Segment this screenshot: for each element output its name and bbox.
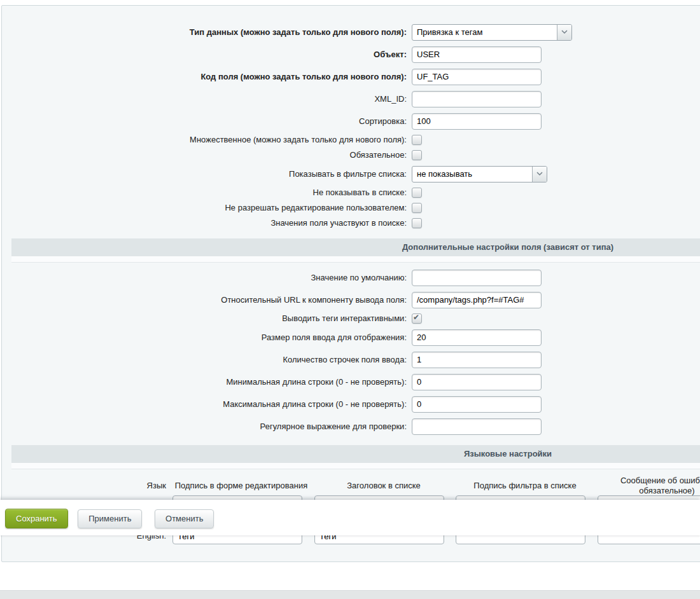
form-body: Тип данных (можно задать только для ново… xyxy=(2,6,700,562)
form-row: Регулярное выражение для проверки: xyxy=(2,415,700,437)
form-row: Максимальная длина строки (0 - не провер… xyxy=(2,393,700,415)
field-label: Тип данных (можно задать только для ново… xyxy=(2,27,412,38)
field-label: Не разрешать редактирование пользователе… xyxy=(2,203,412,213)
edit-form-panel: Тип данных (можно задать только для ново… xyxy=(1,5,700,562)
text-input[interactable] xyxy=(412,69,542,85)
text-input[interactable] xyxy=(412,374,542,390)
field-control: не показывать xyxy=(412,166,547,182)
section-heading: Языковые настройки xyxy=(11,445,700,463)
cancel-button[interactable]: Отменить xyxy=(155,509,214,528)
field-label: Обязательное: xyxy=(2,150,412,160)
field-label: XML_ID: xyxy=(2,94,412,104)
field-control xyxy=(412,352,542,368)
checkbox[interactable]: ✔ xyxy=(412,203,422,213)
form-row: Код поля (можно задать только для нового… xyxy=(2,65,700,88)
select-input[interactable]: не показывать xyxy=(412,166,547,182)
select-input[interactable]: Привязка к тегам xyxy=(412,24,572,41)
section-heading-strip xyxy=(11,256,700,263)
checkbox[interactable]: ✔ xyxy=(412,313,422,324)
form-group: Значение по умолчанию:Относительный URL … xyxy=(2,266,700,437)
field-label: Значения поля участвуют в поиске: xyxy=(2,218,412,228)
field-control xyxy=(412,113,542,130)
field-label: Размер поля ввода для отображения: xyxy=(2,333,412,343)
form-row: XML_ID: xyxy=(2,88,700,110)
field-label: Объект: xyxy=(2,50,412,60)
form-row: Сортировка: xyxy=(2,110,700,132)
lang-column-header: Заголовок в списке xyxy=(311,481,457,491)
field-label: Значение по умолчанию: xyxy=(2,273,412,283)
chevron-down-icon xyxy=(557,25,571,40)
field-label: Сортировка: xyxy=(2,116,412,127)
field-label: Максимальная длина строки (0 - не провер… xyxy=(2,399,412,410)
form-row: Обязательное:✔ xyxy=(2,148,700,163)
field-control xyxy=(412,91,542,107)
text-input[interactable] xyxy=(412,418,542,435)
header-line: обязательное) xyxy=(594,486,700,496)
action-bar: Сохранить Применить Отменить xyxy=(0,500,700,535)
checkbox[interactable]: ✔ xyxy=(412,135,422,145)
select-value: Привязка к тегам xyxy=(412,27,557,37)
field-control xyxy=(412,329,542,346)
form-row: Выводить теги интерактивными:✔ xyxy=(2,311,700,326)
field-label: Показывать в фильтре списка: xyxy=(2,169,412,179)
field-control xyxy=(412,396,542,413)
form-row: Минимальная длина строки (0 - не проверя… xyxy=(2,371,700,393)
text-input[interactable] xyxy=(412,46,542,63)
footer-bar xyxy=(0,590,700,599)
lang-column-header: Подпись в форме редактирования xyxy=(168,481,314,491)
field-control: ✔ xyxy=(412,135,422,145)
form-row: Относительный URL к компоненту вывода по… xyxy=(2,289,700,311)
text-input[interactable] xyxy=(412,270,542,286)
form-row: Значения поля участвуют в поиске:✔ xyxy=(2,216,700,231)
chevron-down-icon xyxy=(532,167,547,182)
select-value: не показывать xyxy=(412,169,532,179)
field-control: ✔ xyxy=(412,188,422,198)
lang-column-header: Язык xyxy=(2,481,166,490)
field-label: Относительный URL к компоненту вывода по… xyxy=(2,295,412,305)
field-label: Множественное (можно задать только для н… xyxy=(2,135,412,145)
field-label: Регулярное выражение для проверки: xyxy=(2,422,412,432)
form-row: Не разрешать редактирование пользователе… xyxy=(2,200,700,216)
field-control: ✔ xyxy=(412,313,422,324)
form-row: Количество строчек поля ввода: xyxy=(2,348,700,371)
section-heading: Дополнительные настройки поля (зависят о… xyxy=(11,238,700,256)
field-label: Выводить теги интерактивными: xyxy=(2,313,412,324)
form-row: Размер поля ввода для отображения: xyxy=(2,326,700,348)
check-icon: ✔ xyxy=(413,313,419,322)
field-label: Количество строчек поля ввода: xyxy=(2,355,412,365)
form-row: Показывать в фильтре списка:не показыват… xyxy=(2,163,700,185)
apply-button[interactable]: Применить xyxy=(78,509,142,528)
checkbox[interactable]: ✔ xyxy=(412,150,422,160)
field-control xyxy=(412,418,542,435)
form-row: Множественное (можно задать только для н… xyxy=(2,132,700,148)
form-row: Не показывать в списке:✔ xyxy=(2,185,700,200)
field-label: Не показывать в списке: xyxy=(2,188,412,198)
field-control xyxy=(412,292,542,308)
form-row: Значение по умолчанию: xyxy=(2,266,700,289)
text-input[interactable] xyxy=(412,329,542,346)
form-row: Тип данных (можно задать только для ново… xyxy=(2,21,700,43)
header-line: Сообщение об ошибке ( xyxy=(594,476,700,486)
text-input[interactable] xyxy=(412,292,542,308)
save-button[interactable]: Сохранить xyxy=(5,509,68,528)
field-control: ✔ xyxy=(412,218,422,228)
field-control xyxy=(412,374,542,390)
text-input[interactable] xyxy=(412,396,542,413)
field-control xyxy=(412,69,542,85)
form-group: Тип данных (можно задать только для ново… xyxy=(2,21,700,231)
field-control: Привязка к тегам xyxy=(412,24,572,41)
field-control: ✔ xyxy=(412,150,422,160)
checkbox[interactable]: ✔ xyxy=(412,188,422,198)
text-input[interactable] xyxy=(412,91,542,107)
field-control xyxy=(412,270,542,286)
text-input[interactable] xyxy=(412,113,542,130)
field-label: Минимальная длина строки (0 - не проверя… xyxy=(2,377,412,387)
text-input[interactable] xyxy=(412,352,542,368)
form-row: Объект: xyxy=(2,43,700,65)
field-control: ✔ xyxy=(412,203,422,213)
field-control xyxy=(412,46,542,63)
checkbox[interactable]: ✔ xyxy=(412,218,422,228)
field-label: Код поля (можно задать только для нового… xyxy=(2,72,412,82)
section-heading-strip xyxy=(11,463,700,469)
lang-column-header: Подпись фильтра в списке xyxy=(452,481,598,491)
